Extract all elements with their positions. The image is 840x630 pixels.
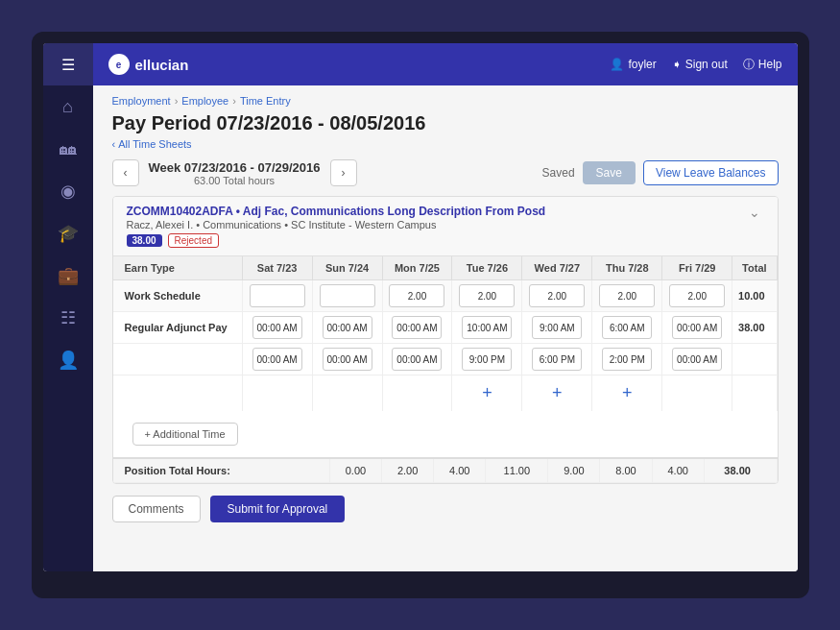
ws-thu-input[interactable] [599, 284, 655, 307]
logo-icon: e [108, 54, 130, 75]
col-total: Total [732, 256, 777, 280]
col-tue: Tue 7/26 [452, 256, 522, 280]
sign-out-label: Sign out [685, 58, 728, 71]
card-header-badges: 38.00 Rejected [127, 233, 745, 248]
rp-tue-end[interactable] [462, 348, 512, 371]
ws-tue-input[interactable] [459, 284, 515, 307]
main-content: e ellucian 👤 foyler ➧ Sign out ⓘ Help [93, 43, 798, 571]
sidebar-user-icon[interactable]: 👤 [43, 339, 93, 381]
sidebar: ☰ ⌂ 🏘 ◉ 🎓 💼 ☷ 👤 [43, 43, 93, 571]
card-header: ZCOMM10402ADFA • Adj Fac, Communications… [113, 197, 778, 256]
rp-tue-start[interactable] [462, 316, 512, 339]
ws-total: 10.00 [732, 280, 777, 312]
totals-total: 38.00 [704, 458, 777, 483]
add-wed-btn[interactable]: + [544, 381, 570, 405]
rp-mon-start[interactable] [392, 316, 442, 339]
sidebar-portfolio-icon[interactable]: 💼 [43, 254, 93, 297]
rp-thu-end[interactable] [602, 348, 652, 371]
col-wed: Wed 7/27 [522, 256, 592, 280]
breadcrumb-employment[interactable]: Employment [112, 95, 171, 107]
ws-sat-input[interactable] [250, 284, 305, 307]
topnav-actions: 👤 foyler ➧ Sign out ⓘ Help [610, 57, 781, 73]
add-time-row: + + + [113, 376, 778, 412]
rp-fri-end[interactable] [672, 348, 722, 371]
username: foyler [628, 58, 656, 71]
col-sun: Sun 7/24 [312, 256, 382, 280]
totals-thu: 8.00 [600, 458, 652, 483]
rp-fri-start[interactable] [672, 316, 722, 339]
rp-total: 38.00 [732, 312, 777, 344]
add-thu-btn[interactable]: + [614, 381, 640, 405]
add-tue-btn[interactable]: + [474, 381, 500, 405]
regular-pay-label: Regular Adjunct Pay [113, 312, 243, 344]
col-sat: Sat 7/23 [242, 256, 312, 280]
totals-fri: 4.00 [652, 458, 704, 483]
sidebar-list-icon[interactable]: ☷ [43, 297, 93, 339]
ws-fri-input[interactable] [669, 284, 725, 307]
topnav: e ellucian 👤 foyler ➧ Sign out ⓘ Help [93, 43, 798, 85]
col-thu: Thu 7/28 [592, 256, 662, 280]
col-earn-type: Earn Type [113, 256, 243, 280]
rp-sun-end[interactable] [323, 348, 372, 371]
breadcrumb-employee[interactable]: Employee [181, 95, 228, 107]
totals-wed: 9.00 [548, 458, 600, 483]
page-content: Employment › Employee › Time Entry Pay P… [93, 85, 798, 571]
breadcrumb-time-entry[interactable]: Time Entry [240, 95, 291, 107]
card-header-info: ZCOMM10402ADFA • Adj Fac, Communications… [127, 205, 745, 248]
week-nav: ‹ Week 07/23/2016 - 07/29/2016 63.00 Tot… [112, 159, 779, 186]
all-time-sheets-link[interactable]: ‹ All Time Sheets [112, 138, 779, 150]
page-title: Pay Period 07/23/2016 - 08/05/2016 [112, 112, 779, 134]
time-table: Earn Type Sat 7/23 Sun 7/24 Mon 7/25 Tue… [113, 256, 778, 411]
table-header-row: Earn Type Sat 7/23 Sun 7/24 Mon 7/25 Tue… [113, 256, 778, 280]
hamburger-menu[interactable]: ☰ [43, 43, 93, 85]
sign-out-btn[interactable]: ➧ Sign out [672, 58, 728, 71]
view-leave-button[interactable]: View Leave Balances [643, 160, 779, 185]
col-mon: Mon 7/25 [382, 256, 452, 280]
rp-mon-end[interactable] [392, 348, 442, 371]
help-btn[interactable]: ⓘ Help [743, 57, 782, 73]
rp-sat-end[interactable] [252, 348, 302, 371]
week-range: Week 07/23/2016 - 07/29/2016 [149, 160, 321, 175]
rp-sun-start[interactable] [323, 316, 372, 339]
position-detail: Racz, Alexei I. • Communications • SC In… [127, 219, 745, 230]
laptop-frame: ☰ ⌂ 🏘 ◉ 🎓 💼 ☷ 👤 e ellucian 👤 foyler [32, 32, 809, 598]
user-icon: 👤 [610, 58, 624, 71]
rp-thu-start[interactable] [602, 316, 652, 339]
week-info: Week 07/23/2016 - 07/29/2016 63.00 Total… [149, 160, 321, 186]
next-week-btn[interactable]: › [330, 159, 357, 186]
additional-time-button[interactable]: + Additional Time [132, 423, 238, 446]
totals-tue: 11.00 [486, 458, 548, 483]
breadcrumb: Employment › Employee › Time Entry [112, 95, 779, 107]
sidebar-academic-icon[interactable]: 🎓 [43, 212, 93, 254]
totals-sat: 0.00 [329, 458, 381, 483]
prev-week-btn[interactable]: ‹ [112, 159, 139, 186]
sidebar-home-icon[interactable]: ⌂ [43, 85, 93, 128]
save-button[interactable]: Save [583, 161, 636, 184]
ws-sun-input[interactable] [320, 284, 375, 307]
help-label: Help [758, 58, 782, 71]
hours-badge: 38.00 [127, 234, 162, 247]
sidebar-finance-icon[interactable]: ◉ [43, 170, 93, 212]
collapse-button[interactable]: ⌄ [745, 205, 764, 220]
rp-wed-start[interactable] [532, 316, 582, 339]
submit-button[interactable]: Submit for Approval [210, 496, 346, 522]
regular-pay-row: Regular Adjunct Pay 38.00 [113, 312, 778, 344]
rp-wed-end[interactable] [532, 348, 582, 371]
totals-table: Position Total Hours: 0.00 2.00 4.00 11.… [113, 457, 778, 483]
ws-mon-input[interactable] [389, 284, 444, 307]
all-time-sheets-label: All Time Sheets [118, 138, 191, 150]
totals-mon: 4.00 [434, 458, 486, 483]
totals-sun: 2.00 [382, 458, 434, 483]
time-card: ZCOMM10402ADFA • Adj Fac, Communications… [112, 196, 779, 484]
work-schedule-row: Work Schedule 10.00 [113, 280, 778, 312]
help-icon: ⓘ [743, 57, 755, 73]
saved-label: Saved [542, 166, 575, 180]
ws-wed-input[interactable] [529, 284, 585, 307]
totals-row: Position Total Hours: 0.00 2.00 4.00 11.… [113, 458, 778, 483]
position-title: ZCOMM10402ADFA • Adj Fac, Communications… [127, 205, 745, 218]
user-menu[interactable]: 👤 foyler [610, 58, 656, 71]
sidebar-institution-icon[interactable]: 🏘 [43, 128, 93, 170]
rp-sat-start[interactable] [252, 316, 302, 339]
comments-button[interactable]: Comments [112, 496, 201, 522]
signout-icon: ➧ [672, 58, 682, 71]
